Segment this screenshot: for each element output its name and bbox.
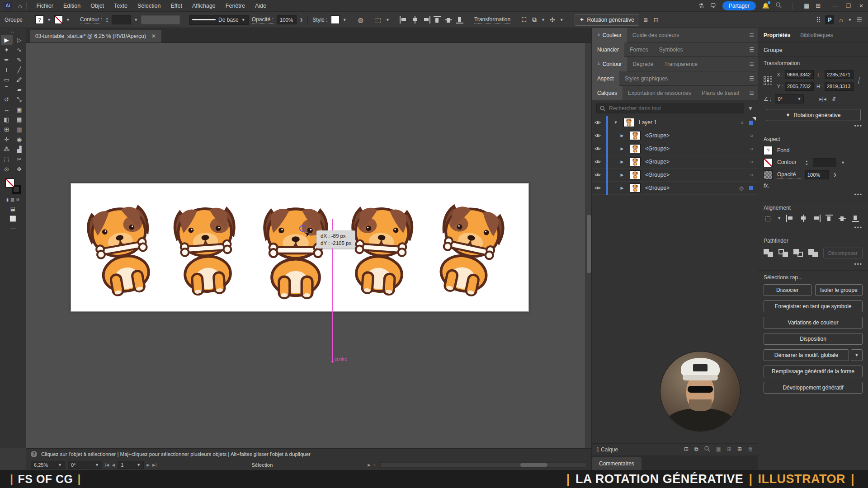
document-tab[interactable]: 03-turntable_start.ai* @ 6,25 % (RVB/Ape… [30, 30, 161, 42]
panel-menu-icon[interactable]: ☰ [749, 32, 754, 38]
save-as-symbol-button[interactable]: Enregistrer en tant que symbole [764, 300, 863, 312]
home-icon[interactable]: ⌂ [18, 2, 22, 9]
artboard-options-icon[interactable]: ⬚ [374, 16, 382, 23]
make-mask-icon[interactable]: ▣ [716, 446, 721, 453]
ungroup-button[interactable]: Dissocier [764, 284, 811, 296]
menu-effet[interactable]: Effet [165, 0, 187, 12]
snap-options-icon[interactable]: ∩ [837, 16, 844, 23]
tab-guide-des-couleurs[interactable]: Guide des couleurs [627, 28, 684, 42]
drawing-modes-icon[interactable]: ⬓ [10, 206, 15, 212]
select-similar-dropdown-icon[interactable]: ▼ [541, 18, 545, 22]
layer-thumbnail[interactable] [630, 131, 641, 140]
generative-shape-fill-button[interactable]: Remplissage génératif de la forme [764, 366, 863, 377]
fill-dropdown-icon[interactable]: ▼ [47, 18, 51, 22]
eraser-tool[interactable]: ▰ [14, 84, 25, 94]
arrange-button[interactable]: Disposition [764, 333, 863, 345]
tab-nuancier[interactable]: Nuancier [592, 42, 624, 57]
stroke-weight-dropdown-icon[interactable]: ▼ [134, 18, 138, 22]
free-transform-tool[interactable]: ▣ [14, 104, 25, 114]
fill-color-swatch[interactable] [5, 178, 14, 188]
recolor-dropdown-icon[interactable]: ▼ [560, 18, 564, 22]
pug-pose-4[interactable] [348, 206, 413, 296]
shaper-tool[interactable]: ⌒ [1, 84, 13, 94]
align-bottom-icon[interactable] [852, 215, 860, 222]
fill-swatch[interactable]: ? [35, 15, 44, 24]
comment-icon[interactable]: 🗨 [710, 2, 716, 9]
align-right-icon[interactable] [422, 16, 430, 23]
rotate-tool[interactable]: ↺ [1, 94, 13, 104]
share-button[interactable]: Partager [722, 1, 756, 10]
menu-fenetre[interactable]: Fenêtre [221, 0, 250, 12]
toolbar-grip[interactable]: •• [11, 30, 15, 34]
expand-chevron-icon[interactable]: ▶ [617, 173, 627, 177]
layer-row-group-1[interactable]: ▶ <Groupe> ○ [592, 129, 758, 142]
generative-crop-icon[interactable]: ⧈ [642, 16, 649, 23]
expand-chevron-icon[interactable]: ▶ [617, 186, 627, 190]
reference-point-locator[interactable] [764, 76, 772, 85]
expand-chevron-icon[interactable]: ▶ [617, 133, 627, 138]
window-close-button[interactable]: ✕ [859, 3, 863, 9]
tab-exportation[interactable]: Exportation de ressources [623, 86, 696, 100]
selection-indicator[interactable] [749, 186, 753, 190]
illustrator-logo-icon[interactable]: Ai [4, 2, 12, 9]
zoom-tool[interactable]: ⊙ [1, 164, 13, 174]
artboard-tool[interactable]: ⬚ [1, 154, 13, 164]
line-segment-tool[interactable]: ╱ [14, 65, 25, 75]
selection-indicator[interactable] [749, 121, 753, 125]
stroke-swatch[interactable] [764, 158, 773, 167]
perspective-grid-tool[interactable]: ▦ [14, 114, 25, 124]
stroke-weight-stepper[interactable]: ▲▼ [105, 17, 108, 23]
rectangle-tool[interactable]: ▭ [1, 75, 13, 84]
align-bottom-icon[interactable] [456, 16, 464, 23]
brush-definition-dropdown[interactable]: De base ▼ [189, 15, 249, 25]
tab-transparence[interactable]: Transparence [659, 57, 703, 71]
gradient-tool[interactable]: ▥ [14, 124, 25, 134]
menu-aide[interactable]: Aide [250, 0, 271, 12]
target-circle-icon[interactable]: ○ [750, 133, 753, 138]
fill-swatch[interactable]: ? [764, 146, 773, 155]
document-setup-icon[interactable]: ◍ [357, 16, 365, 23]
align-left-icon[interactable] [786, 215, 794, 222]
hand-tool[interactable]: ✥ [14, 164, 25, 174]
search-icon[interactable] [776, 2, 782, 9]
rotation-dropdown[interactable]: 0°▼ [68, 461, 102, 469]
menu-edition[interactable]: Edition [58, 0, 85, 12]
target-circle-icon[interactable]: ○ [750, 146, 753, 151]
contour-link[interactable]: Contour : [80, 16, 102, 23]
layer-thumbnail[interactable] [630, 183, 641, 192]
horizontal-scrollbar[interactable] [380, 462, 587, 468]
toolbar-more-icon[interactable]: ⋯ [10, 225, 15, 232]
stroke-weight-field[interactable] [813, 158, 836, 167]
align-middle-vertical-icon[interactable] [445, 16, 453, 23]
collect-for-export-icon[interactable]: ⊡ [684, 446, 689, 453]
artboard-dropdown-icon[interactable]: ▼ [386, 18, 390, 22]
visibility-eye-icon[interactable] [592, 160, 604, 164]
pug-pose-2[interactable] [174, 206, 239, 296]
x-position-field[interactable]: 9666,3342 [785, 70, 814, 79]
artboard-number-dropdown[interactable]: 1▼ [118, 461, 144, 469]
direct-selection-tool[interactable]: ▷ [14, 35, 25, 45]
target-circle-icon[interactable]: ○ [750, 172, 753, 178]
stroke-dropdown-icon[interactable]: ▼ [66, 18, 70, 22]
panel-menu-icon[interactable]: ☰ [749, 75, 754, 82]
vertical-scrollbar-thumb[interactable] [587, 215, 591, 273]
transform-link[interactable]: Transformation [474, 16, 510, 23]
column-graph-tool[interactable]: ▟ [14, 144, 25, 154]
arrange-documents-icon[interactable]: ⊞ [816, 2, 821, 9]
close-document-icon[interactable]: ✕ [151, 33, 156, 39]
magic-wand-tool[interactable]: ✦ [1, 45, 13, 55]
panel-menu-icon[interactable]: ☰ [749, 61, 754, 67]
menu-selection[interactable]: Sélection [132, 0, 165, 12]
layers-search-input[interactable]: Rechercher dans tout [596, 103, 744, 113]
window-minimize-button[interactable]: — [832, 3, 838, 9]
layer-name[interactable]: <Groupe> [645, 172, 670, 178]
scale-tool[interactable]: ⤡ [14, 94, 25, 104]
graphic-style-swatch[interactable] [331, 15, 340, 24]
canvas[interactable]: ✛ centre ➤ dX : -89 px dY : -2105 px [26, 43, 591, 448]
lasso-tool[interactable]: ∿ [14, 45, 25, 55]
layer-thumbnail[interactable] [630, 144, 641, 153]
pug-pose-1[interactable] [85, 204, 159, 298]
fx-effects-button[interactable]: fx. [764, 183, 863, 189]
layer-name[interactable]: Layer 1 [639, 119, 657, 126]
blend-tool[interactable]: ◉ [14, 134, 25, 144]
